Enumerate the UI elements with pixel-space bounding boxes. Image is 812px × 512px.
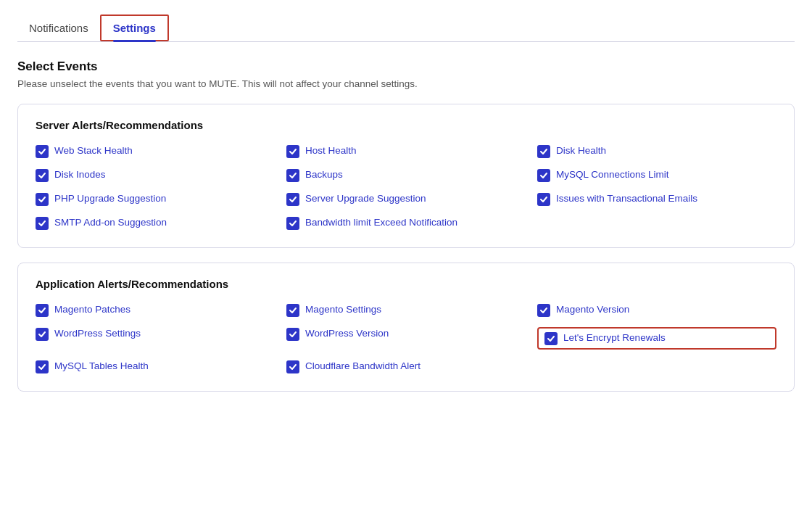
page-container: Notifications Settings Select Events Ple…: [0, 0, 812, 421]
checkbox-item-magento-patches[interactable]: Magento Patches: [36, 303, 275, 317]
checkbox-label-server-upgrade-suggestion: Server Upgrade Suggestion: [305, 192, 426, 206]
checkbox-box-backups: [286, 169, 299, 182]
checkbox-item-web-stack-health[interactable]: Web Stack Health: [36, 144, 275, 158]
checkbox-label-magento-patches: Magento Patches: [54, 303, 130, 317]
application-alerts-grid: Magento PatchesMagento SettingsMagento V…: [36, 303, 776, 373]
checkbox-label-disk-inodes: Disk Inodes: [54, 168, 106, 182]
checkbox-item-magento-settings[interactable]: Magento Settings: [286, 303, 526, 317]
select-events-subtitle: Please unselect the events that you want…: [17, 78, 795, 89]
checkbox-label-mysql-tables-health: MySQL Tables Health: [54, 360, 149, 373]
checkbox-item-wordpress-version[interactable]: WordPress Version: [286, 327, 526, 350]
checkbox-item-bandwidth-limit-exceed[interactable]: Bandwidth limit Exceed Notification: [286, 216, 526, 230]
checkbox-box-host-health: [286, 145, 299, 158]
checkbox-label-magento-version: Magento Version: [556, 303, 629, 317]
checkbox-label-magento-settings: Magento Settings: [305, 303, 381, 317]
checkbox-label-backups: Backups: [305, 168, 343, 182]
checkbox-item-mysql-connections-limit[interactable]: MySQL Connections Limit: [537, 168, 776, 182]
checkbox-box-disk-inodes: [36, 169, 49, 182]
checkbox-item-php-upgrade-suggestion[interactable]: PHP Upgrade Suggestion: [36, 192, 275, 206]
checkbox-label-wordpress-settings: WordPress Settings: [54, 327, 141, 341]
checkbox-box-cloudflare-bandwidth-alert: [286, 360, 299, 373]
checkbox-label-bandwidth-limit-exceed: Bandwidth limit Exceed Notification: [305, 216, 457, 230]
checkbox-box-mysql-tables-health: [36, 360, 49, 373]
tabs-bar: Notifications Settings: [17, 15, 795, 42]
application-alerts-title: Application Alerts/Recommendations: [36, 278, 776, 290]
checkbox-item-wordpress-settings[interactable]: WordPress Settings: [36, 327, 275, 350]
checkbox-item-issues-transactional-emails[interactable]: Issues with Transactional Emails: [537, 192, 776, 206]
checkbox-label-smtp-addon-suggestion: SMTP Add-on Suggestion: [54, 216, 167, 230]
checkbox-label-disk-health: Disk Health: [556, 144, 606, 158]
checkbox-box-server-upgrade-suggestion: [286, 193, 299, 206]
server-alerts-card: Server Alerts/Recommendations Web Stack …: [17, 104, 795, 248]
checkbox-item-disk-health[interactable]: Disk Health: [537, 144, 776, 158]
checkbox-label-php-upgrade-suggestion: PHP Upgrade Suggestion: [54, 192, 166, 206]
checkbox-item-lets-encrypt-renewals[interactable]: Let's Encrypt Renewals: [537, 327, 776, 350]
server-alerts-grid: Web Stack HealthHost HealthDisk HealthDi…: [36, 144, 776, 230]
checkbox-item-mysql-tables-health[interactable]: MySQL Tables Health: [36, 360, 275, 373]
checkbox-label-host-health: Host Health: [305, 144, 357, 158]
checkbox-label-cloudflare-bandwidth-alert: Cloudflare Bandwidth Alert: [305, 360, 420, 373]
checkbox-label-wordpress-version: WordPress Version: [305, 327, 389, 341]
checkbox-box-wordpress-version: [286, 328, 299, 341]
select-events-title: Select Events: [17, 59, 795, 74]
checkbox-item-disk-inodes[interactable]: Disk Inodes: [36, 168, 275, 182]
tab-settings[interactable]: Settings: [100, 15, 169, 41]
checkbox-item-smtp-addon-suggestion[interactable]: SMTP Add-on Suggestion: [36, 216, 275, 230]
checkbox-label-web-stack-health: Web Stack Health: [54, 144, 133, 158]
tab-notifications[interactable]: Notifications: [17, 16, 100, 41]
server-alerts-title: Server Alerts/Recommendations: [36, 119, 776, 131]
checkbox-item-host-health[interactable]: Host Health: [286, 144, 526, 158]
checkbox-item-cloudflare-bandwidth-alert[interactable]: Cloudflare Bandwidth Alert: [286, 360, 526, 373]
checkbox-label-lets-encrypt-renewals: Let's Encrypt Renewals: [563, 331, 666, 345]
checkbox-box-disk-health: [537, 145, 550, 158]
checkbox-box-bandwidth-limit-exceed: [286, 217, 299, 230]
checkbox-label-mysql-connections-limit: MySQL Connections Limit: [556, 168, 669, 182]
checkbox-box-magento-patches: [36, 304, 49, 317]
checkbox-box-smtp-addon-suggestion: [36, 217, 49, 230]
checkbox-box-mysql-connections-limit: [537, 169, 550, 182]
checkbox-box-issues-transactional-emails: [537, 193, 550, 206]
application-alerts-card: Application Alerts/Recommendations Magen…: [17, 263, 795, 392]
checkbox-label-issues-transactional-emails: Issues with Transactional Emails: [556, 192, 697, 206]
checkbox-box-php-upgrade-suggestion: [36, 193, 49, 206]
checkbox-box-wordpress-settings: [36, 328, 49, 341]
checkbox-box-magento-settings: [286, 304, 299, 317]
checkbox-item-magento-version[interactable]: Magento Version: [537, 303, 776, 317]
checkbox-box-web-stack-health: [36, 145, 49, 158]
checkbox-item-server-upgrade-suggestion[interactable]: Server Upgrade Suggestion: [286, 192, 526, 206]
checkbox-box-magento-version: [537, 304, 550, 317]
select-events-section: Select Events Please unselect the events…: [17, 59, 795, 89]
checkbox-item-backups[interactable]: Backups: [286, 168, 526, 182]
checkbox-box-lets-encrypt-renewals: [544, 332, 558, 345]
